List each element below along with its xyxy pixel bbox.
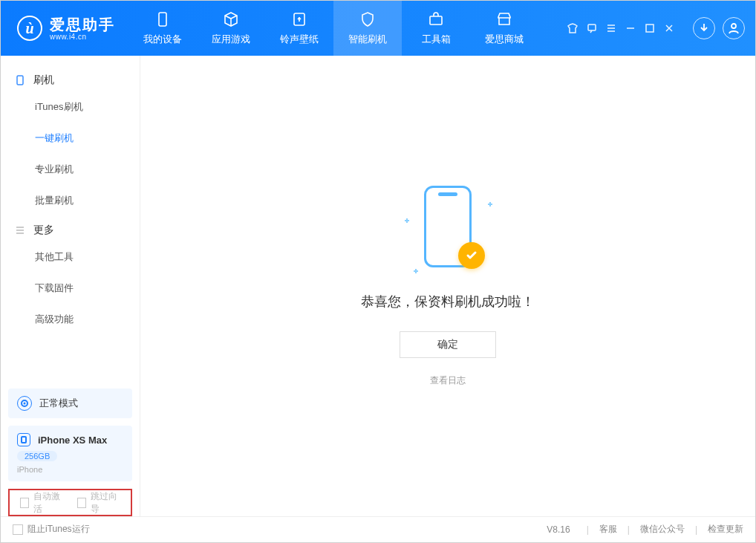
link-support[interactable]: 客服	[599, 523, 617, 536]
app-title: 爱思助手	[50, 16, 115, 33]
menu-icon[interactable]	[605, 22, 617, 34]
checkbox-icon	[13, 524, 23, 535]
maximize-icon[interactable]	[644, 22, 656, 34]
titlebar: ù 爱思助手 www.i4.cn 我的设备 应用游戏 铃声壁纸 智能刷机 工具箱	[1, 1, 755, 56]
sidebar-item-batch-flash[interactable]: 批量刷机	[1, 185, 140, 216]
options-highlight: 自动激活 跳过向导	[8, 489, 132, 516]
svg-rect-2	[430, 16, 442, 25]
link-update[interactable]: 检查更新	[708, 523, 743, 536]
device-icon	[154, 10, 172, 28]
checkbox-icon	[77, 498, 86, 508]
toolbox-icon	[427, 10, 445, 28]
tab-label: 工具箱	[422, 33, 451, 46]
minimize-icon[interactable]	[625, 22, 636, 34]
store-icon	[495, 10, 513, 28]
profile-button[interactable]	[723, 17, 745, 39]
device-name: iPhone XS Max	[38, 435, 107, 446]
checkbox-icon	[20, 498, 29, 508]
success-message: 恭喜您，保资料刷机成功啦！	[361, 293, 535, 310]
tab-ringtones[interactable]: 铃声壁纸	[265, 1, 333, 56]
svg-point-5	[731, 24, 736, 28]
sidebar-item-oneclick-flash[interactable]: 一键刷机	[1, 123, 140, 154]
logo-icon: ù	[17, 16, 42, 41]
group-label: 刷机	[33, 74, 54, 87]
mode-label: 正常模式	[39, 397, 78, 410]
tab-label: 智能刷机	[348, 33, 387, 46]
tab-store[interactable]: 爱思商城	[470, 1, 538, 56]
device-storage: 256GB	[17, 451, 57, 461]
feedback-icon[interactable]	[586, 22, 598, 34]
checkbox-label: 自动激活	[33, 490, 63, 516]
cube-icon	[222, 10, 240, 28]
version-label: V8.16	[547, 524, 570, 535]
sidebar-item-pro-flash[interactable]: 专业刷机	[1, 154, 140, 185]
group-label: 更多	[33, 224, 54, 237]
view-log-link[interactable]: 查看日志	[430, 374, 466, 387]
tab-apps[interactable]: 应用游戏	[197, 1, 265, 56]
download-button[interactable]	[693, 17, 715, 39]
tab-label: 我的设备	[143, 33, 182, 46]
sidebar: 刷机 iTunes刷机 一键刷机 专业刷机 批量刷机 更多 其他工具 下载固件 …	[1, 56, 140, 516]
svg-rect-6	[17, 76, 23, 85]
app-subtitle: www.i4.cn	[50, 33, 115, 41]
main-content: 恭喜您，保资料刷机成功啦！ 确定 查看日志	[140, 56, 755, 516]
svg-rect-3	[588, 25, 596, 30]
sidebar-item-advanced[interactable]: 高级功能	[1, 304, 140, 335]
svg-rect-9	[22, 437, 26, 443]
music-icon	[290, 10, 308, 28]
sidebar-group-flash: 刷机	[1, 66, 140, 91]
sidebar-group-more: 更多	[1, 216, 140, 241]
svg-rect-0	[159, 13, 166, 26]
check-icon	[458, 242, 485, 269]
checkbox-skip-guide[interactable]: 跳过向导	[77, 490, 121, 516]
device-type: iPhone	[17, 465, 123, 474]
device-icon	[17, 433, 30, 446]
svg-point-8	[24, 403, 26, 405]
phone-icon	[14, 74, 26, 86]
sidebar-item-itunes-flash[interactable]: iTunes刷机	[1, 91, 140, 123]
shield-icon	[359, 10, 377, 28]
tab-my-device[interactable]: 我的设备	[128, 1, 197, 56]
skin-icon[interactable]	[567, 22, 579, 34]
device-card[interactable]: iPhone XS Max 256GB iPhone	[8, 426, 132, 481]
mode-card[interactable]: 正常模式	[8, 388, 132, 418]
tab-label: 爱思商城	[485, 33, 524, 46]
link-wechat[interactable]: 微信公众号	[640, 523, 685, 536]
checkbox-label: 跳过向导	[91, 490, 120, 516]
tab-label: 铃声壁纸	[280, 33, 319, 46]
svg-rect-4	[646, 25, 654, 32]
tab-label: 应用游戏	[212, 33, 250, 46]
sidebar-item-other-tools[interactable]: 其他工具	[1, 241, 140, 273]
mode-icon	[17, 396, 32, 411]
tab-flash[interactable]: 智能刷机	[333, 1, 402, 56]
statusbar: 阻止iTunes运行 V8.16 | 客服 | 微信公众号 | 检查更新	[1, 516, 755, 542]
tab-toolbox[interactable]: 工具箱	[402, 1, 470, 56]
nav-tabs: 我的设备 应用游戏 铃声壁纸 智能刷机 工具箱 爱思商城	[128, 1, 538, 56]
checkbox-block-itunes[interactable]: 阻止iTunes运行	[13, 523, 90, 536]
logo: ù 爱思助手 www.i4.cn	[1, 16, 128, 41]
list-icon	[14, 224, 26, 236]
checkbox-auto-activate[interactable]: 自动激活	[20, 490, 64, 516]
sidebar-item-download-firmware[interactable]: 下载固件	[1, 273, 140, 304]
success-illustration	[403, 186, 492, 275]
close-icon[interactable]	[663, 22, 675, 34]
ok-button[interactable]: 确定	[400, 331, 496, 358]
checkbox-label: 阻止iTunes运行	[27, 523, 90, 536]
